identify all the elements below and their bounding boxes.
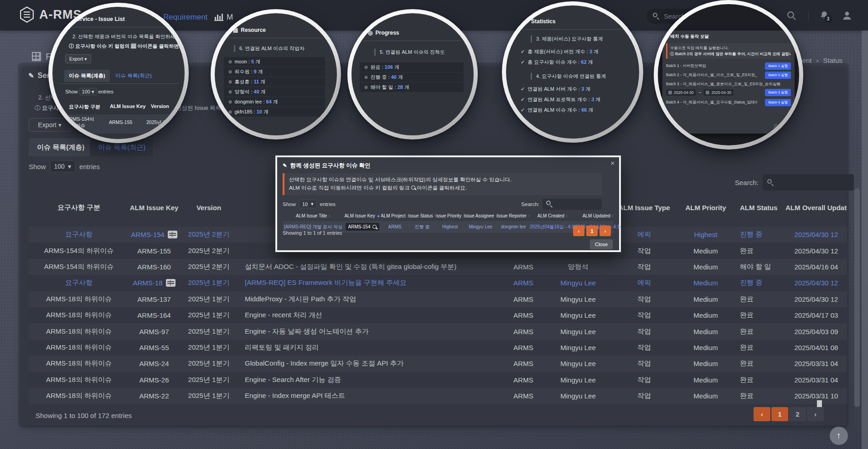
modal-pagination-prev[interactable]: ‹ (573, 226, 584, 236)
search-icon (653, 13, 660, 20)
modal-close-icon[interactable]: × (610, 159, 615, 167)
progress-icon: ◎ (368, 30, 372, 36)
table-grid-icon (32, 52, 41, 61)
table-row[interactable]: ARMS-154의 하위이슈 ARMS-160 2025년 2분기 설치문서 A… (29, 259, 847, 275)
caret-down-icon: ▾ (311, 201, 314, 207)
table-row[interactable]: 요구사항 ARMS-18 2025년 1분기 [ARMS-REQ] ES Fra… (29, 275, 847, 291)
lens-instruction2: ⓘ 요구사항 이슈 키 컬럼의 ▦ 아이콘을 클릭하면, 함께 생성된 Iss (69, 43, 185, 50)
nav-item-monitoring[interactable]: M (214, 13, 233, 22)
linked-issues-icon[interactable] (168, 231, 177, 238)
edit-icon: ✎ (524, 19, 528, 25)
column-header[interactable]: Issue Reporter↕ (497, 213, 530, 218)
nav-item-requirement[interactable]: Requirement (163, 13, 207, 22)
batch4-run-button: Batch 4 실행 (765, 99, 791, 106)
pagination-page-1[interactable]: 1 (771, 407, 788, 421)
info-icon: ⓘ (35, 105, 41, 111)
gear-icon: ⚙ (228, 60, 232, 64)
table-row[interactable]: ARMS-18의 하위이슈 ARMS-137 2025년 1분기 MiddleP… (29, 291, 847, 307)
column-header[interactable]: Issue Assignee↕ (464, 213, 497, 218)
caret-down-icon: ▾ (68, 163, 71, 170)
sort-icon: ↕ (612, 213, 614, 218)
column-header[interactable]: ALM Issue Title↕ (283, 213, 344, 218)
lens-instruction1: 2. 선택한 제품과 버전의 이슈 목록을 확인하세요 (72, 33, 181, 40)
issue-key-link[interactable]: ARMS-154 (346, 223, 380, 231)
modal-table-header: ALM Issue Title↕ ALM Issue Key▲ ALM Proj… (283, 213, 614, 218)
tab-issue-list-hierarchy[interactable]: 이슈 목록(계층) (29, 138, 93, 156)
notification-badge: 3 (824, 15, 832, 23)
column-header[interactable]: ALM Status (735, 204, 785, 212)
column-header[interactable]: ALM Overall Updated (785, 204, 847, 212)
linked-issues-icon[interactable] (166, 279, 176, 287)
page-size-select[interactable]: 100▾ (50, 160, 75, 172)
gear-icon: ⚙ (364, 75, 368, 80)
table-row[interactable]: ARMS-18의 하위이슈 ARMS-164 2025년 1분기 Engine … (29, 307, 847, 323)
check-icon: ✓ (521, 49, 525, 54)
scrollbar-thumb[interactable] (817, 400, 822, 407)
modal-pagination-next[interactable]: › (599, 226, 611, 236)
column-header[interactable]: ALM Issue Key▲ (344, 213, 381, 218)
check-icon: ✓ (521, 107, 525, 113)
column-header[interactable]: Issue Status↕ (408, 213, 436, 218)
check-icon: ✓ (521, 86, 525, 92)
lens-tab-recent: 이슈 목록(최근) (111, 70, 156, 82)
pagination-prev[interactable]: ‹ (754, 407, 770, 421)
modal-pagination-page-1[interactable]: 1 (586, 226, 598, 236)
search-button-icon[interactable] (787, 11, 796, 21)
close-icon: × (789, 35, 791, 39)
column-header[interactable]: ALM Created↕ (530, 213, 575, 218)
breadcrumb-current: Status (823, 57, 842, 64)
table-row[interactable]: ARMS-18의 하위이슈 ARMS-26 2025년 1분기 Engine -… (29, 372, 847, 388)
lens-show-entries: Show 100 ▾ entries (65, 89, 114, 95)
page-scrollbar[interactable] (862, 31, 868, 449)
column-header[interactable]: ALM Issue Key (129, 204, 179, 212)
sort-icon: ↕ (328, 213, 331, 218)
column-header[interactable]: ALM Issue Type (612, 204, 676, 212)
table-footer-info: Showing 1 to 100 of 172 entries (36, 412, 132, 419)
table-row[interactable]: ARMS-18의 하위이슈 ARMS-97 2025년 1분기 Engine -… (29, 323, 847, 339)
calendar-icon (706, 91, 709, 94)
magnifier-lens-service: ✎Service - Issue List 2. 선택한 제품과 버전의 이슈 … (48, 3, 189, 143)
gear-icon: ⚙ (228, 70, 232, 74)
modal-search-control: Search: (521, 199, 602, 210)
column-header[interactable]: Issue Priority↕ (436, 213, 464, 218)
modal-close-button[interactable]: Close (590, 239, 613, 249)
batch1-run-button: Batch 1 실행 (765, 62, 791, 70)
date-from-input: 2025-04-30 (666, 89, 696, 96)
check-icon: ✓ (521, 59, 525, 65)
magnifier-lens-batch-modal: ✎ 배치 수동 동작 모달 × 수동으로 직접 배치를 실행합니다. ⓘ Bat… (654, 0, 803, 150)
table-row[interactable]: ARMS-18의 하위이슈 ARMS-22 2025년 1분기 Engine -… (29, 388, 847, 404)
export-button[interactable]: Export ▾ (29, 118, 71, 132)
calendar-icon (668, 91, 672, 94)
modal-info-box: 선택한 요구사항 이슈와 연결이슈 및 서브테스크(하위작업)의 상세정보를 확… (283, 173, 602, 195)
modal-showing-info: Showing 1 to 1 of 1 entries (283, 230, 342, 236)
modal-controls: Show 10▾ entries Search: (283, 199, 614, 210)
pagination-next[interactable]: › (807, 407, 824, 421)
edit-icon: ✎ (283, 163, 287, 169)
caret-down-icon: ▾ (58, 121, 62, 129)
table-row[interactable]: ARMS-18의 하위이슈 ARMS-24 2025년 1분기 GlobalCo… (29, 356, 847, 372)
table-row[interactable]: ARMS-18의 하위이슈 ARMS-55 2025년 1분기 리팩토링 및 패… (29, 340, 847, 356)
search-icon (546, 201, 553, 207)
batch2-run-button: Batch 2 실행 (765, 72, 791, 79)
breadcrumb-separator: › (816, 57, 818, 64)
column-header[interactable]: Version (179, 204, 238, 212)
edit-icon: ✎ (666, 34, 669, 39)
modal-page-size-select[interactable]: 10▾ (299, 200, 317, 208)
notification-icon[interactable]: 3 (819, 10, 830, 21)
modal-search-input[interactable] (542, 199, 602, 210)
gear-icon: ⚙ (228, 110, 232, 114)
sort-icon: ↕ (566, 213, 568, 218)
pagination-page-2[interactable]: 2 (789, 407, 806, 421)
column-header[interactable]: ALM Updated↕ (575, 213, 621, 218)
scroll-to-top-button[interactable]: ↑ (830, 427, 848, 445)
column-header[interactable]: ALM Project↕ (381, 213, 408, 218)
column-header[interactable]: ALM Priority (676, 204, 735, 212)
gear-icon: ⚙ (228, 80, 232, 84)
link-icon (411, 186, 415, 190)
user-icon[interactable] (842, 10, 852, 21)
edit-icon: ✎ (28, 72, 34, 80)
gear-icon: ⚙ (228, 90, 232, 94)
column-header[interactable]: 요구사항 구분 (29, 203, 129, 212)
search-icon (767, 179, 774, 186)
table-vertical-scrollbar[interactable] (854, 188, 860, 407)
